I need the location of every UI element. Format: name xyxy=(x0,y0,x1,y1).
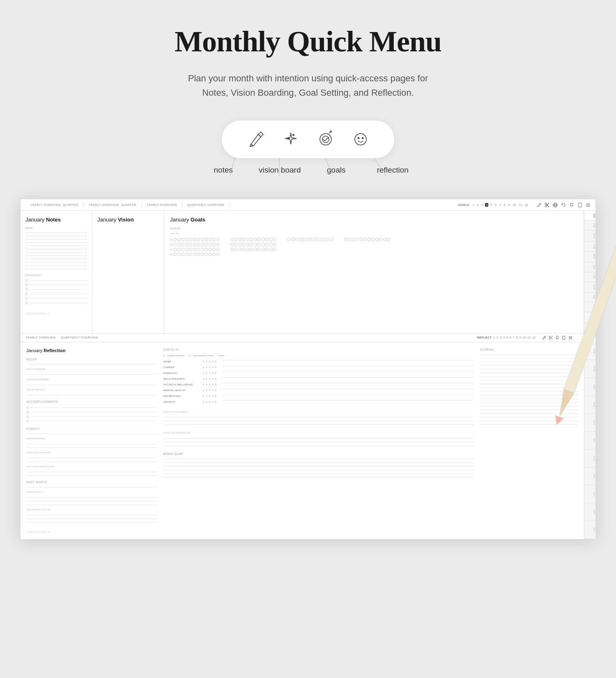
svg-point-16 xyxy=(545,205,547,207)
check-item-3 xyxy=(25,288,87,291)
check-item-6 xyxy=(25,302,87,304)
habit-row-1 xyxy=(170,238,578,241)
recap-heading: RECAP xyxy=(26,358,158,361)
reflect-tab-quarterly[interactable]: QUARTERLY OVERVIEW xyxy=(61,336,98,339)
vision-board-icon-item: + + xyxy=(276,129,305,150)
notes-icon-item xyxy=(241,129,270,150)
checkin-column: CHECK-IN 1 – needs attention 5 – success… xyxy=(163,348,474,533)
top-navigation: YEARLY OVERVIEW QUARTER YEARLY OVERVIEW … xyxy=(21,199,595,211)
scale-low-label: 1 – needs attention xyxy=(163,354,184,357)
month-tab-mar[interactable]: MAR xyxy=(584,231,595,241)
planner-preview: YEARLY OVERVIEW QUARTER YEARLY OVERVIEW … xyxy=(21,199,595,539)
personal-highlight-label: personal highlight xyxy=(26,368,158,370)
habit-dots-1 xyxy=(173,238,220,241)
checkin-physical: PHYSICAL WELLBEING 1 2 3 4 5 xyxy=(163,383,474,387)
month-tab-jun[interactable]: JUN xyxy=(584,263,595,272)
nav-tab-yearly-1[interactable]: YEARLY OVERVIEW QUARTER xyxy=(25,202,84,208)
reflect-aug[interactable]: AUG xyxy=(584,450,595,468)
note-line-7 xyxy=(25,252,87,253)
note-line-2 xyxy=(25,236,87,236)
reflect-scissors-icon[interactable] xyxy=(549,336,553,340)
nav-tab-quarterly[interactable]: QUARTERLY OVERVIEW xyxy=(182,202,230,208)
scissors-icon[interactable] xyxy=(545,203,549,208)
edit-icon[interactable] xyxy=(536,203,541,208)
bell-icon[interactable] xyxy=(569,203,574,208)
nav-icons xyxy=(536,203,591,208)
accomplish-2 xyxy=(26,411,158,413)
next-month-heading: NEXT MONTH xyxy=(26,481,158,484)
hero-subtitle: Plan your month with intention using qui… xyxy=(175,71,441,100)
reflect-tab-yearly[interactable]: YEARLY OVERVIEW xyxy=(25,336,56,339)
reflect-nov[interactable]: NOV xyxy=(584,503,595,521)
accomplish-3 xyxy=(26,415,158,418)
reflect-main-content: January Reflection RECAP personal highli… xyxy=(21,342,584,539)
month-tab-feb[interactable]: FEB xyxy=(584,221,595,231)
undo-icon[interactable] xyxy=(561,203,566,208)
reflect-oct[interactable]: OCT xyxy=(584,485,595,503)
reflect-nav: YEARLY OVERVIEW QUARTERLY OVERVIEW REFLE… xyxy=(21,334,595,342)
checkin-growth: GROWTH 1 2 3 4 5 xyxy=(163,400,474,404)
checkin-home: HOME 1 2 3 4 5 xyxy=(163,360,474,364)
in-progress-label: what is still in progress xyxy=(163,410,474,413)
reflect-jun[interactable]: JUN xyxy=(584,414,595,432)
respect-time-label: how i can respect my time xyxy=(26,465,158,468)
worked-well-label: what worked well xyxy=(26,437,158,440)
notes-panel-title: January Notes xyxy=(25,217,87,223)
date-label: DATE: xyxy=(25,227,87,229)
checkin-scale-labels: 1 – needs attention 5 – successful in ar… xyxy=(163,354,474,357)
note-line-5 xyxy=(25,246,87,246)
checkin-career: CAREER 1 2 3 4 5 xyxy=(163,366,474,369)
watermark-reflection: © KRISTINA STUDIO, LLC xyxy=(26,531,158,533)
bothering-label: what is still bothering me xyxy=(163,431,474,434)
month-tab-may[interactable]: MAY xyxy=(584,251,595,262)
globe-icon[interactable] xyxy=(553,203,558,208)
svg-point-4 xyxy=(355,134,366,145)
recap-column: January Reflection RECAP personal highli… xyxy=(26,348,158,533)
bookmark-icon[interactable] xyxy=(577,203,582,208)
reflection-content: January Reflection RECAP personal highli… xyxy=(21,342,595,539)
check-item-2 xyxy=(25,284,87,286)
reflect-jul[interactable]: JUL xyxy=(584,432,595,450)
note-line-3 xyxy=(25,239,87,240)
checklist-label: CHECKLIST: xyxy=(25,274,87,277)
accomplish-4 xyxy=(26,420,158,422)
icon-pill: + + xyxy=(222,120,394,158)
watermark-notes: © KRISTINA STUDIO, LLC xyxy=(25,312,87,315)
main-content-area: January Notes DATE: CHECKLIST: xyxy=(21,211,595,333)
svg-point-2 xyxy=(320,134,331,145)
note-line-4 xyxy=(25,242,87,243)
notes-checkin-label: notes xyxy=(218,354,224,357)
clarify-heading: CLARIFY xyxy=(26,427,158,430)
checkin-recreation: RECREATION 1 2 3 4 5 xyxy=(163,394,474,398)
goals-panel: January Goals HABITS color key xyxy=(164,211,584,333)
goals-icon-item xyxy=(311,129,340,150)
vision-panel: January Vision xyxy=(92,211,164,333)
svg-marker-13 xyxy=(553,415,564,426)
nav-tab-yearly-3[interactable]: YEARLY OVERVIEW xyxy=(142,202,182,208)
note-line-12 xyxy=(25,269,87,269)
reflect-notification-icon[interactable] xyxy=(555,336,559,340)
reflection-icon-item xyxy=(346,129,375,150)
journal-heading: JOURNAL xyxy=(480,348,578,351)
habits-label: HABITS xyxy=(170,227,578,230)
reflect-edit-icon[interactable] xyxy=(542,336,546,340)
month-tab-apr[interactable]: APR xyxy=(584,242,595,252)
svg-line-19 xyxy=(547,204,549,207)
habit-row-3 xyxy=(170,248,578,251)
menu-icon[interactable] xyxy=(586,203,591,208)
sparkle-icon: + + xyxy=(280,129,301,150)
reflect-may[interactable]: MAY xyxy=(584,396,595,414)
note-line-9 xyxy=(25,259,87,259)
smiley-icon xyxy=(350,129,371,150)
brain-dump-heading: BRAIN DUMP xyxy=(163,452,474,455)
planner-inner: YEARLY OVERVIEW QUARTER YEARLY OVERVIEW … xyxy=(21,199,595,539)
check-item-1 xyxy=(25,279,87,281)
reflect-bookmark-icon[interactable] xyxy=(562,336,566,340)
goals-numbers: 1 2 3 4 5 6 7 8 9 10 11 12 xyxy=(471,203,529,207)
svg-text:+: + xyxy=(292,133,294,137)
reflect-dec[interactable]: DEC xyxy=(584,521,595,539)
nav-tab-yearly-2[interactable]: YEARLY OVERVIEW QUARTER xyxy=(84,202,142,208)
reflect-sep[interactable]: SEP xyxy=(584,468,595,486)
pen-icon xyxy=(245,129,267,150)
month-tab-jan[interactable]: JAN xyxy=(584,211,595,221)
